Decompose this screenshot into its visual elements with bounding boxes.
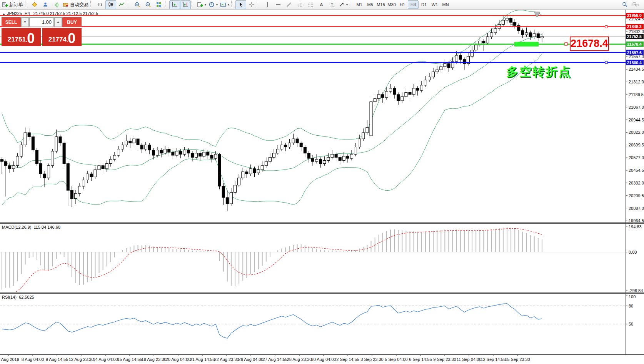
price-callout-box[interactable]: 21678.4: [570, 37, 609, 51]
annotation-note: 多空转折点: [506, 64, 572, 80]
template-icon: [220, 2, 226, 8]
svg-text:21802.0: 21802.0: [629, 29, 644, 34]
autotrading-button[interactable]: 自动交易: [62, 0, 90, 9]
svg-text:20 Aug 04:00: 20 Aug 04:00: [166, 357, 191, 362]
clock-icon: [209, 2, 215, 8]
text-button[interactable]: A: [316, 0, 327, 9]
toolbar-separator: [231, 1, 234, 8]
svg-text:50: 50: [629, 322, 633, 326]
shift-marker: [534, 12, 540, 17]
svg-text:21312.0: 21312.0: [629, 80, 644, 84]
buy-button[interactable]: BUY: [62, 17, 82, 27]
cursor-icon: [238, 2, 244, 8]
crosshair-button[interactable]: [246, 0, 257, 9]
chevron-down-icon: ▾: [216, 3, 218, 7]
svg-text:21848.3: 21848.3: [627, 24, 642, 29]
tab-timeframe-d1[interactable]: D1: [419, 0, 429, 9]
new-chart-button[interactable]: ▾: [196, 0, 207, 9]
svg-text:18 Aug 23:30: 18 Aug 23:30: [142, 357, 167, 362]
macd-label: MACD(12,26,9): [2, 225, 31, 229]
toolbar-separator: [90, 1, 93, 8]
tab-timeframe-m5[interactable]: M5: [365, 0, 375, 9]
svg-text:20454.5: 20454.5: [629, 168, 644, 173]
chevron-down-icon: ▾: [205, 3, 206, 7]
auto-scroll-button[interactable]: [169, 0, 180, 9]
svg-text:80: 80: [629, 304, 633, 308]
macd-layer: [2, 227, 542, 299]
zoom-out-button[interactable]: [143, 0, 153, 9]
svg-text:20944.5: 20944.5: [629, 118, 644, 122]
chart-canvas[interactable]: 21924.521802.021557.021434.521312.021189…: [0, 0, 644, 364]
market-watch-button[interactable]: [29, 0, 40, 9]
candlestick-chart-button[interactable]: [105, 0, 116, 9]
volume-up-button[interactable]: ▲: [54, 17, 62, 27]
svg-text:21189.5: 21189.5: [629, 92, 644, 97]
collapse-panel-icon[interactable]: ▲: [2, 12, 5, 16]
tile-windows-button[interactable]: [153, 0, 164, 9]
svg-text:22 Aug 23:30: 22 Aug 23:30: [214, 357, 239, 362]
chart-shift-icon: [182, 2, 189, 8]
chat-button[interactable]: [630, 0, 641, 9]
highlight-zone: [514, 42, 539, 47]
svg-text:8 Aug 04:00: 8 Aug 04:00: [22, 357, 44, 362]
periods-button[interactable]: ▾: [207, 0, 219, 9]
svg-text:28 Aug 23:30: 28 Aug 23:30: [287, 357, 312, 362]
sell-button[interactable]: SELL: [2, 17, 21, 27]
tab-timeframe-m1[interactable]: M1: [354, 0, 365, 9]
autotrading-icon: [63, 2, 69, 8]
tab-timeframe-m15[interactable]: M15: [375, 0, 386, 9]
volume-input[interactable]: [29, 17, 54, 27]
profile-button[interactable]: [40, 0, 51, 9]
svg-text:T: T: [331, 3, 334, 7]
trendline-button[interactable]: [284, 0, 294, 9]
zoom-in-button[interactable]: [132, 0, 143, 9]
svg-text:9 Sep 23:30: 9 Sep 23:30: [433, 357, 456, 362]
svg-text:14 Aug 04:00: 14 Aug 04:00: [93, 357, 118, 362]
chart-shift-button[interactable]: [180, 0, 191, 9]
sell-price[interactable]: 21751.0: [2, 28, 41, 46]
text-a-icon: A: [318, 2, 324, 8]
new-order-icon: [2, 2, 8, 8]
signals-button[interactable]: [51, 0, 62, 9]
line-chart-icon: [118, 2, 125, 8]
line-chart-button[interactable]: [116, 0, 127, 9]
tab-timeframe-m30[interactable]: M30: [386, 0, 397, 9]
svg-text:20332.0: 20332.0: [629, 181, 644, 185]
cursor-button[interactable]: [235, 0, 246, 9]
tab-timeframe-mn[interactable]: MN: [440, 0, 451, 9]
bar-chart-button[interactable]: [95, 0, 105, 9]
buy-price[interactable]: 21774.0: [42, 28, 82, 46]
tab-timeframe-w1[interactable]: W1: [429, 0, 440, 9]
svg-text:20087.0: 20087.0: [629, 206, 644, 211]
svg-text:12 Sep 14:55: 12 Sep 14:55: [480, 357, 506, 362]
tab-timeframe-h4[interactable]: H4: [408, 0, 419, 9]
macd-pane-header: MACD(12,26,9)115.04 146.60: [2, 225, 60, 229]
svg-text:F: F: [312, 5, 313, 8]
symbol-title: JPN225-,H4: [7, 11, 30, 16]
trading-terminal: 新订单 自动交易 ▾ ▾ ▾ E F A T ▾: [0, 0, 644, 364]
vertical-line-button[interactable]: [262, 0, 273, 9]
svg-text:19964.5: 19964.5: [629, 218, 644, 223]
auto-scroll-icon: [172, 2, 178, 8]
buy-price-big-digit: 0: [68, 32, 75, 45]
text-label-icon: T: [329, 2, 335, 8]
fibonacci-button[interactable]: F: [305, 0, 316, 9]
tab-timeframe-h1[interactable]: H1: [397, 0, 408, 9]
autotrading-label: 自动交易: [70, 2, 88, 8]
toolbar-separator: [192, 1, 194, 8]
new-order-button[interactable]: 新订单: [1, 0, 24, 9]
rsi-layer: [2, 304, 542, 339]
search-icon: [622, 2, 628, 8]
sell-price-int: 21751: [8, 34, 26, 45]
profile-icon: [42, 2, 48, 8]
templates-button[interactable]: ▾: [219, 0, 230, 9]
arrows-button[interactable]: ▾: [337, 0, 349, 9]
search-button[interactable]: [619, 0, 630, 9]
volume-down-button[interactable]: ▼: [21, 17, 29, 27]
svg-text:194.83: 194.83: [629, 224, 642, 229]
channel-button[interactable]: E: [294, 0, 305, 9]
gold-rhombus-icon: [32, 2, 38, 8]
text-label-button[interactable]: T: [327, 0, 337, 9]
horizontal-line-button[interactable]: [273, 0, 284, 9]
callout-anchor: [565, 43, 567, 45]
